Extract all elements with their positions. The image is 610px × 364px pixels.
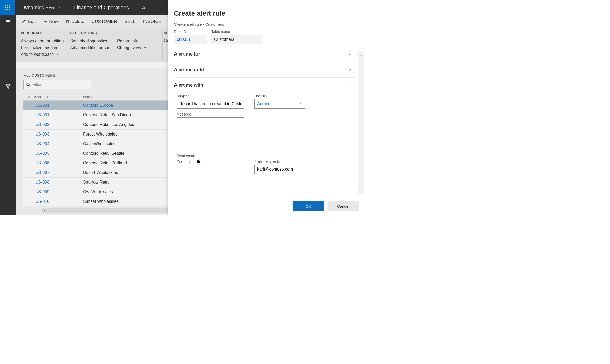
chevron-down-icon bbox=[299, 102, 303, 106]
advanced-filter-sort[interactable]: Advanced filter or sort bbox=[70, 44, 111, 51]
flyout-title: Create alert rule bbox=[174, 9, 360, 17]
search-icon bbox=[26, 83, 30, 87]
account-link[interactable]: US-009 bbox=[35, 190, 49, 194]
section-alert-until[interactable]: Alert me until bbox=[174, 62, 355, 77]
module-title[interactable]: Finance and Operations bbox=[67, 0, 135, 15]
chevron-down-icon bbox=[143, 46, 146, 49]
message-label: Message bbox=[177, 112, 244, 116]
edit-button[interactable]: Edit bbox=[18, 15, 39, 28]
section-alert-for[interactable]: Alert me for bbox=[174, 46, 355, 62]
hamburger-icon bbox=[5, 19, 11, 24]
chevron-down-icon bbox=[348, 68, 351, 72]
left-rail bbox=[0, 15, 16, 215]
account-link[interactable]: US-001 bbox=[35, 113, 49, 117]
page-options-header: PAGE OPTIONS bbox=[70, 31, 111, 35]
account-link[interactable]: US-003 bbox=[35, 132, 49, 136]
change-view[interactable]: Change view bbox=[117, 44, 157, 51]
account-link[interactable]: DE-001 bbox=[35, 103, 49, 107]
account-link[interactable]: US-010 bbox=[35, 199, 49, 204]
subject-input[interactable] bbox=[177, 99, 244, 109]
account-link[interactable]: US-002 bbox=[35, 122, 49, 127]
module-label: Finance and Operations bbox=[74, 5, 129, 11]
flyout-subtitle: Create alert rule - Customers bbox=[174, 22, 360, 26]
account-link[interactable]: US-006 bbox=[35, 161, 49, 165]
funnel-icon bbox=[5, 84, 11, 89]
send-email-value: Yes bbox=[177, 159, 183, 164]
column-name[interactable]: Name bbox=[83, 95, 179, 99]
filter-placeholder: Filter bbox=[32, 82, 42, 87]
chevron-up-icon bbox=[348, 84, 351, 87]
rule-id-value[interactable]: 000311 bbox=[174, 35, 207, 44]
user-id-select[interactable]: Admin bbox=[254, 99, 305, 109]
create-alert-flyout: Create alert rule Create alert rule - Cu… bbox=[168, 0, 366, 215]
chevron-down-icon bbox=[57, 5, 61, 10]
chevron-down-icon bbox=[56, 53, 59, 56]
brand-label: Dynamics 365 bbox=[21, 5, 54, 11]
tab-sell[interactable]: SELL bbox=[121, 15, 139, 28]
column-account[interactable]: Account ↑ bbox=[34, 95, 83, 99]
scroll-left-icon[interactable]: ‹ bbox=[42, 208, 47, 213]
nav-menu-button[interactable] bbox=[0, 15, 16, 28]
section-alert-with[interactable]: Alert me with bbox=[174, 77, 355, 93]
add-to-workspace[interactable]: Add to workspace bbox=[21, 51, 64, 58]
check-icon bbox=[26, 95, 31, 99]
select-all-checkbox[interactable] bbox=[23, 95, 34, 99]
scroll-down-icon[interactable]: ﹀ bbox=[359, 187, 363, 194]
plus-icon bbox=[43, 19, 48, 24]
account-link[interactable]: US-007 bbox=[35, 170, 49, 175]
send-email-toggle[interactable] bbox=[189, 159, 201, 165]
table-name-label: Table name bbox=[211, 30, 262, 34]
personalize-this-form[interactable]: Personalize this form bbox=[21, 44, 64, 51]
account-link[interactable]: US-008 bbox=[35, 180, 49, 184]
tab-invoice[interactable]: INVOICE bbox=[139, 15, 165, 28]
svg-point-0 bbox=[27, 83, 29, 86]
tab-customer[interactable]: CUSTOMER bbox=[88, 15, 121, 28]
sort-asc-icon: ↑ bbox=[50, 95, 52, 99]
trash-icon bbox=[65, 19, 70, 24]
send-email-label: Send email bbox=[177, 154, 244, 158]
table-name-value: Customers bbox=[211, 35, 262, 44]
message-input[interactable] bbox=[177, 117, 244, 150]
flyout-scrollbar[interactable]: ︿ ﹀ bbox=[358, 51, 364, 194]
pencil-icon bbox=[22, 19, 26, 24]
user-id-label: User ID bbox=[254, 94, 322, 98]
filter-pane-button[interactable] bbox=[0, 80, 16, 93]
account-link[interactable]: US-005 bbox=[35, 151, 49, 156]
app-launcher[interactable] bbox=[0, 0, 15, 15]
ok-button[interactable]: OK bbox=[293, 201, 324, 211]
new-button[interactable]: New bbox=[39, 15, 62, 28]
brand-dropdown[interactable]: Dynamics 365 bbox=[15, 0, 67, 15]
always-open-editing[interactable]: Always open for editing bbox=[21, 38, 64, 44]
recipients-input[interactable] bbox=[254, 165, 322, 174]
chevron-down-icon bbox=[348, 52, 351, 56]
cancel-button[interactable]: Cancel bbox=[328, 201, 359, 211]
rule-id-label: Rule ID bbox=[174, 30, 207, 34]
recipients-label: Email recipients bbox=[254, 159, 322, 164]
personalize-header: PERSONALIZE bbox=[21, 31, 64, 35]
nav-extra-partial[interactable]: A bbox=[135, 0, 152, 15]
waffle-icon bbox=[5, 5, 10, 10]
flyout-footer: OK Cancel bbox=[168, 198, 366, 215]
scroll-up-icon[interactable]: ︿ bbox=[359, 51, 363, 58]
account-link[interactable]: US-004 bbox=[35, 141, 49, 146]
subject-label: Subject bbox=[177, 94, 244, 98]
alert-with-content: Subject Message Send email Yes User ID A… bbox=[174, 93, 355, 179]
security-diagnostics[interactable]: Security diagnostics bbox=[70, 38, 111, 44]
grid-filter-input[interactable]: Filter bbox=[23, 80, 91, 89]
record-info[interactable]: Record info bbox=[117, 38, 157, 44]
delete-button[interactable]: Delete bbox=[62, 15, 88, 28]
